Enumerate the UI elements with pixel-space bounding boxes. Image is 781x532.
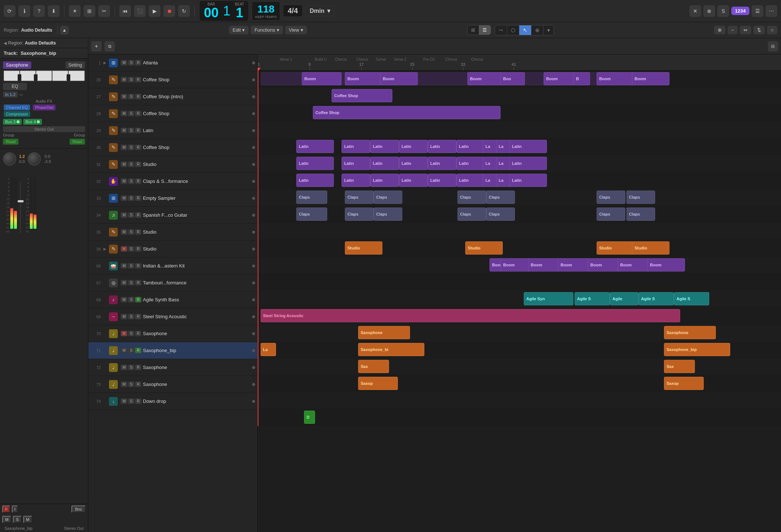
clip[interactable]: Agile S: [674, 292, 709, 305]
volume-knob[interactable]: [3, 152, 16, 166]
clip[interactable]: Latin: [370, 174, 399, 187]
clip[interactable]: Claps: [296, 208, 327, 221]
clip[interactable]: Boom: [632, 72, 669, 85]
rec-btn[interactable]: R: [135, 246, 141, 252]
clip[interactable]: Latin: [399, 174, 428, 187]
track-row[interactable]: 71 ♩ M S R Saxophone_bip: [88, 342, 257, 359]
phasedist-chip[interactable]: PhaseDist: [33, 104, 56, 110]
read-btn-left[interactable]: Read: [3, 139, 18, 145]
clip[interactable]: Saxophone: [358, 326, 410, 339]
track-row[interactable]: 28 ✎ M S R Coffee Shop: [88, 105, 257, 122]
mute-btn[interactable]: M: [121, 94, 127, 99]
mute-btn[interactable]: M: [121, 145, 127, 150]
rec-btn[interactable]: R: [135, 314, 141, 319]
track-row[interactable]: 73 ♩ M S R Saxophone: [88, 376, 257, 393]
clip[interactable]: Latin: [342, 174, 370, 187]
grid-view-btn[interactable]: ⊞: [467, 25, 479, 35]
track-row[interactable]: 70 ♩ M S R Saxophone: [88, 325, 257, 342]
clip[interactable]: Saxop: [358, 377, 398, 390]
mute-btn[interactable]: M: [121, 128, 127, 133]
more-btn[interactable]: ⋯: [766, 5, 777, 17]
rec-btn[interactable]: R: [135, 60, 141, 65]
loop-btn[interactable]: ⟳: [4, 5, 15, 17]
rec-btn[interactable]: R: [135, 111, 141, 116]
duplicate-track-btn[interactable]: ⧉: [105, 41, 115, 52]
solo-btn[interactable]: S: [128, 128, 134, 133]
i-btn[interactable]: I: [12, 506, 18, 513]
clip[interactable]: Sax: [664, 360, 695, 373]
mute-btn[interactable]: M: [121, 195, 127, 201]
solo-btn[interactable]: S: [128, 162, 134, 167]
clip[interactable]: Latin: [428, 140, 456, 153]
clip[interactable]: Saxophone_bip: [664, 343, 730, 356]
r-btn[interactable]: R: [2, 506, 10, 513]
m-btn-bottom[interactable]: M: [2, 516, 11, 523]
track-row[interactable]: 31 ✎ M S R Studio: [88, 156, 257, 173]
mute-btn[interactable]: M: [121, 365, 127, 370]
clip[interactable]: Boom: [302, 72, 342, 85]
clip[interactable]: Sax: [358, 360, 389, 373]
clip[interactable]: Claps: [457, 191, 486, 204]
track-row[interactable]: 34 ♬ M S R Spanish F...co Guitar: [88, 207, 257, 224]
tempo-display[interactable]: 118 KEEP TEMPO: [252, 1, 280, 21]
bus4-chip[interactable]: Bus 4: [23, 119, 42, 125]
track-row[interactable]: 1 ▶ ⊞ M S R Atlanta: [88, 54, 257, 71]
rec-btn[interactable]: R: [135, 229, 141, 235]
bnc-btn[interactable]: Bnc: [71, 506, 86, 513]
clip[interactable]: Claps: [626, 208, 655, 221]
track-row[interactable]: 32 ✋ M S R Claps & S...formance: [88, 173, 257, 190]
clip[interactable]: Boom: [380, 72, 418, 85]
zoom-btn[interactable]: ⊕: [714, 26, 725, 34]
clip[interactable]: Claps: [296, 191, 327, 204]
clip[interactable]: Latin: [399, 157, 428, 170]
clip[interactable]: Boom: [544, 72, 577, 85]
clip[interactable]: Latin: [296, 174, 334, 187]
clip[interactable]: Studio: [345, 241, 382, 255]
clip[interactable]: Latin: [509, 157, 547, 170]
clip[interactable]: Boom: [467, 72, 505, 85]
read-btn-right[interactable]: Read: [70, 139, 85, 145]
clip[interactable]: Claps: [345, 208, 374, 221]
play-btn[interactable]: ▶: [149, 5, 160, 17]
action-tool-btn[interactable]: ⊕: [531, 25, 544, 35]
clip[interactable]: Latin: [456, 140, 485, 153]
clip[interactable]: Claps: [374, 191, 402, 204]
track-row[interactable]: 29 ✎ M S R Latin: [88, 122, 257, 139]
eq-btn[interactable]: EQ: [3, 83, 27, 90]
s-btn-bottom[interactable]: S: [13, 516, 21, 523]
solo-btn[interactable]: S: [128, 263, 134, 269]
routing-in[interactable]: In 1-2: [3, 92, 18, 97]
track-row[interactable]: 69 ~ M S R Steel String Acoustic: [88, 308, 257, 325]
rec-btn[interactable]: R: [135, 178, 141, 184]
mute-btn[interactable]: M: [121, 297, 127, 302]
mute-btn[interactable]: M: [121, 280, 127, 285]
clip[interactable]: Saxop: [664, 377, 704, 390]
solo-btn[interactable]: S: [128, 398, 134, 404]
clip[interactable]: Latin: [509, 140, 547, 153]
clip[interactable]: Boom: [597, 72, 634, 85]
mute-btn[interactable]: M: [121, 229, 127, 235]
m-btn-bottom2[interactable]: M: [23, 516, 32, 523]
rec-btn[interactable]: R: [135, 212, 141, 218]
key-display[interactable]: Dmin ▾: [305, 6, 334, 16]
connect-tool-btn[interactable]: ⤳: [495, 25, 507, 35]
mute-btn[interactable]: M: [121, 178, 127, 184]
clip[interactable]: Latin: [399, 140, 428, 153]
functions-menu[interactable]: Functions ▾: [251, 26, 283, 34]
rec-btn[interactable]: R: [135, 162, 141, 167]
compressor-chip[interactable]: Compressor: [4, 111, 30, 117]
marquee-tool-btn[interactable]: ⬡: [507, 25, 519, 35]
save-btn[interactable]: S: [717, 5, 729, 17]
waveform-btn[interactable]: ~: [728, 26, 738, 34]
mute-btn[interactable]: M: [121, 60, 127, 65]
clip[interactable]: Claps: [374, 208, 402, 221]
solo-btn[interactable]: S: [128, 77, 134, 82]
clip[interactable]: Latin: [296, 140, 334, 153]
solo-btn[interactable]: S: [128, 331, 134, 336]
solo-btn[interactable]: S: [128, 246, 134, 252]
mute-btn[interactable]: M: [121, 263, 127, 269]
track-row[interactable]: 30 ✎ M S R Coffee Shop: [88, 139, 257, 156]
rec-btn[interactable]: R: [135, 331, 141, 336]
mute-btn[interactable]: M: [121, 331, 127, 336]
setting-btn[interactable]: Setting: [66, 61, 85, 69]
